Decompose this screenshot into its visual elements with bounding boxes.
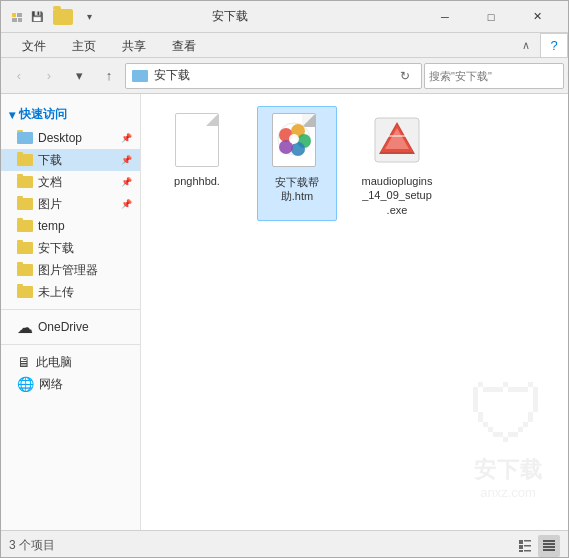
file-icon-doc xyxy=(167,110,227,170)
anzaixia-folder-icon xyxy=(17,242,33,254)
pin-icon-2: 📌 xyxy=(121,155,132,165)
close-button[interactable]: ✕ xyxy=(514,1,560,33)
sidebar-onedrive-label: OneDrive xyxy=(38,320,89,334)
window-controls: ─ □ ✕ xyxy=(422,1,560,33)
ribbon-tabs: 文件 主页 共享 查看 ∧ ? xyxy=(1,33,568,57)
svg-point-10 xyxy=(289,134,299,144)
svg-rect-0 xyxy=(12,13,16,17)
search-bar[interactable]: 🔍 xyxy=(424,63,564,89)
picmanager-folder-icon xyxy=(17,264,33,276)
tab-share[interactable]: 共享 xyxy=(109,33,159,57)
sidebar-item-downloads[interactable]: 下载 📌 xyxy=(1,149,140,171)
details-view-button[interactable] xyxy=(538,535,560,557)
svg-rect-16 xyxy=(519,540,523,544)
minimize-button[interactable]: ─ xyxy=(422,1,468,33)
sidebar-downloads-label: 下载 xyxy=(38,152,62,169)
temp-folder-icon xyxy=(17,220,33,232)
up-button[interactable]: ↑ xyxy=(95,62,123,90)
quick-access-arrow: ▾ xyxy=(9,108,15,122)
address-bar[interactable]: 安下载 ↻ xyxy=(125,63,422,89)
sidebar-item-temp[interactable]: temp xyxy=(1,215,140,237)
sidebar-network-label: 网络 xyxy=(39,376,63,393)
pin-icon: 📌 xyxy=(121,133,132,143)
sidebar-item-anzaixia[interactable]: 安下载 xyxy=(1,237,140,259)
search-input[interactable] xyxy=(429,70,567,82)
network-icon: 🌐 xyxy=(17,376,34,392)
svg-rect-19 xyxy=(524,545,531,547)
exe-svg-icon xyxy=(371,114,423,166)
sidebar-divider-1 xyxy=(1,309,140,310)
sidebar-picmanager-label: 图片管理器 xyxy=(38,262,98,279)
onedrive-icon: ☁ xyxy=(17,318,33,337)
list-view-button[interactable] xyxy=(514,535,536,557)
recent-locations-button[interactable]: ▾ xyxy=(65,62,93,90)
tab-file[interactable]: 文件 xyxy=(9,33,59,57)
ribbon: 文件 主页 共享 查看 ∧ ? xyxy=(1,33,568,58)
sidebar-unsent-label: 未上传 xyxy=(38,284,74,301)
unsent-folder-icon xyxy=(17,286,33,298)
svg-rect-1 xyxy=(17,13,22,17)
forward-button[interactable]: › xyxy=(35,62,63,90)
status-count: 3 个项目 xyxy=(9,537,55,554)
sidebar-divider-2 xyxy=(1,344,140,345)
refresh-button[interactable]: ↻ xyxy=(395,66,415,86)
address-text: 安下载 xyxy=(154,67,389,84)
main-content: ▾ 快速访问 Desktop 📌 下载 📌 文档 📌 图片 📌 temp xyxy=(1,94,568,530)
file-item-0[interactable]: pnghhbd. xyxy=(157,106,237,221)
pictures-folder-icon xyxy=(17,198,33,210)
svg-rect-18 xyxy=(519,545,523,549)
sidebar-anzaixia-label: 安下载 xyxy=(38,240,74,257)
svg-rect-20 xyxy=(519,550,523,552)
watermark: 🛡 安下载 anxz.com xyxy=(468,375,548,500)
svg-rect-2 xyxy=(12,18,17,22)
files-grid: pnghhbd. xyxy=(157,106,552,221)
pin-icon-3: 📌 xyxy=(121,177,132,187)
pin-icon-4: 📌 xyxy=(121,199,132,209)
help-button[interactable]: ? xyxy=(540,33,568,57)
quick-access-label: 快速访问 xyxy=(19,106,67,123)
thispc-icon: 🖥 xyxy=(17,354,31,370)
ribbon-collapse-btn[interactable]: ∧ xyxy=(512,33,540,57)
view-buttons xyxy=(514,535,560,557)
folder-icon xyxy=(53,9,73,25)
sidebar-item-thispc[interactable]: 🖥 此电脑 xyxy=(1,351,140,373)
statusbar: 3 个项目 xyxy=(1,530,568,558)
file-icon-htm xyxy=(267,111,327,171)
svg-rect-17 xyxy=(524,540,531,542)
watermark-text: 安下载 xyxy=(468,455,548,485)
file-icon-exe xyxy=(367,110,427,170)
sidebar-item-unsent[interactable]: 未上传 xyxy=(1,281,140,303)
sidebar-item-picmanager[interactable]: 图片管理器 xyxy=(1,259,140,281)
file-item-2[interactable]: maudioplugins_14_09_setup.exe xyxy=(357,106,437,221)
sidebar-item-pictures[interactable]: 图片 📌 xyxy=(1,193,140,215)
sidebar-documents-label: 文档 xyxy=(38,174,62,191)
desktop-folder-icon xyxy=(17,132,33,144)
downloads-folder-icon xyxy=(17,154,33,166)
svg-rect-3 xyxy=(18,18,22,22)
sidebar-item-onedrive[interactable]: ☁ OneDrive xyxy=(1,316,140,338)
file-item-1[interactable]: 安下载帮助.htm xyxy=(257,106,337,221)
sidebar-item-desktop[interactable]: Desktop 📌 xyxy=(1,127,140,149)
system-menu-icon[interactable] xyxy=(9,9,25,25)
quick-access-title[interactable]: ▾ 快速访问 xyxy=(1,102,140,127)
sidebar-item-documents[interactable]: 文档 📌 xyxy=(1,171,140,193)
doc-icon xyxy=(175,113,219,167)
sidebar-desktop-label: Desktop xyxy=(38,131,82,145)
window-title: 安下载 xyxy=(37,8,422,25)
tab-view[interactable]: 查看 xyxy=(159,33,209,57)
titlebar: 💾 ▾ 安下载 ─ □ ✕ xyxy=(1,1,568,33)
file-label-2: maudioplugins_14_09_setup.exe xyxy=(361,174,433,217)
back-button[interactable]: ‹ xyxy=(5,62,33,90)
toolbar: ‹ › ▾ ↑ 安下载 ↻ 🔍 xyxy=(1,58,568,94)
address-folder-icon xyxy=(132,70,148,82)
tab-home[interactable]: 主页 xyxy=(59,33,109,57)
svg-rect-24 xyxy=(543,546,555,548)
sidebar-item-network[interactable]: 🌐 网络 xyxy=(1,373,140,395)
maximize-button[interactable]: □ xyxy=(468,1,514,33)
documents-folder-icon xyxy=(17,176,33,188)
svg-rect-21 xyxy=(524,550,531,552)
svg-rect-25 xyxy=(543,549,555,551)
details-view-icon xyxy=(542,539,556,553)
list-view-icon xyxy=(518,539,532,553)
file-label-1: 安下载帮助.htm xyxy=(262,175,332,204)
